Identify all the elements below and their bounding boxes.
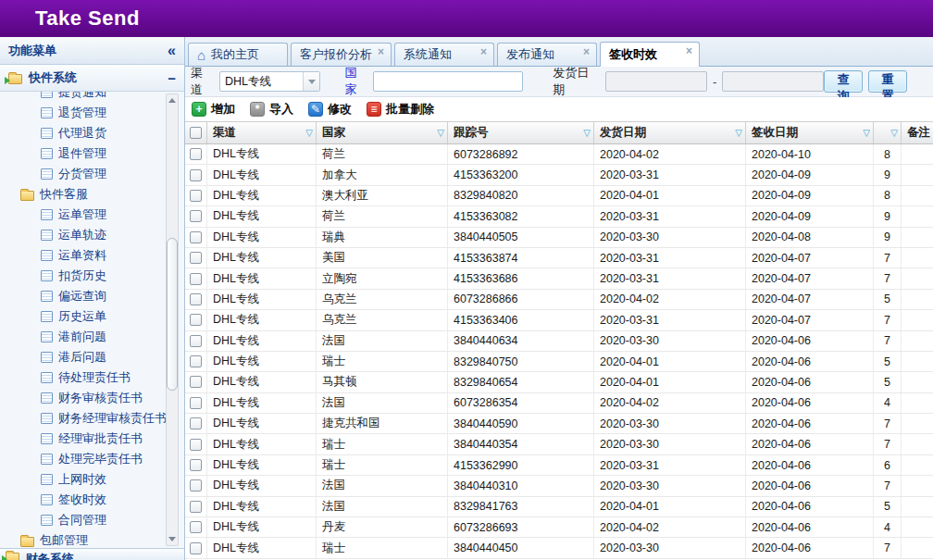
table-row[interactable]: DHL专线 捷克共和国 3840440590 2020-03-30 2020-0… <box>185 414 933 434</box>
channel-select[interactable]: DHL专线 <box>219 71 321 92</box>
row-checkbox[interactable] <box>190 542 202 554</box>
row-checkbox[interactable] <box>190 252 202 264</box>
sidebar-item[interactable]: 签收时效 <box>0 490 184 510</box>
row-checkbox[interactable] <box>190 190 202 202</box>
row-checkbox[interactable] <box>190 501 202 513</box>
sidebar-item[interactable]: 财务审核责任书 <box>0 388 184 408</box>
sidebar-scrollbar[interactable] <box>166 93 179 546</box>
sidebar-item[interactable]: 上网时效 <box>0 469 184 490</box>
sidebar-item[interactable]: 经理审批责任书 <box>0 429 184 449</box>
tab[interactable]: ⌂ 我的主页 <box>188 43 288 66</box>
sidebar-section-finance[interactable]: 财务系统 <box>0 548 184 560</box>
row-checkbox[interactable] <box>190 439 202 451</box>
sidebar-item[interactable]: 提货通知 <box>0 92 184 103</box>
sidebar-item[interactable]: 港前问题 <box>0 327 184 347</box>
sidebar-item[interactable]: 包邮管理 <box>0 530 184 548</box>
close-icon[interactable]: × <box>686 45 692 56</box>
sidebar-item[interactable]: 偏远查询 <box>0 286 184 306</box>
select-all-checkbox[interactable] <box>190 127 202 139</box>
sidebar-item[interactable]: 退件管理 <box>0 143 184 164</box>
close-icon[interactable]: × <box>378 46 384 57</box>
table-row[interactable]: DHL专线 法国 3840440634 2020-03-30 2020-04-0… <box>185 331 933 352</box>
row-checkbox[interactable] <box>190 355 202 367</box>
sidebar-item[interactable]: 港后问题 <box>0 347 184 367</box>
row-checkbox[interactable] <box>190 148 202 160</box>
tab[interactable]: 客户报价分析 × <box>291 43 392 66</box>
tab[interactable]: 签收时效 × <box>600 42 700 67</box>
table-row[interactable]: DHL专线 瑞士 8329840750 2020-04-01 2020-04-0… <box>185 352 933 372</box>
scroll-up-button[interactable] <box>167 94 178 106</box>
table-row[interactable]: DHL专线 美国 4153363874 2020-03-31 2020-04-0… <box>185 248 933 268</box>
table-row[interactable]: DHL专线 加拿大 4153363200 2020-03-31 2020-04-… <box>185 165 933 185</box>
row-checkbox[interactable] <box>190 169 202 181</box>
column-header[interactable]: 跟踪号 ▽ <box>448 122 594 143</box>
table-row[interactable]: DHL专线 瑞士 4153362990 2020-03-31 2020-04-0… <box>185 455 933 476</box>
table-row[interactable]: DHL专线 马其顿 8329840654 2020-04-01 2020-04-… <box>185 372 933 392</box>
row-checkbox[interactable] <box>190 335 202 347</box>
sidebar-item[interactable]: 扣货历史 <box>0 266 184 286</box>
filter-triangle-icon[interactable]: ▽ <box>735 129 742 138</box>
sidebar-item[interactable]: 退货管理 <box>0 103 184 123</box>
row-checkbox[interactable] <box>190 376 202 388</box>
import-button[interactable]: * 导入 <box>250 101 293 118</box>
table-row[interactable]: DHL专线 乌克兰 4153363406 2020-03-31 2020-04-… <box>185 310 933 330</box>
close-icon[interactable]: × <box>480 46 487 57</box>
search-button[interactable]: 查询 <box>824 70 863 93</box>
sidebar-item[interactable]: 分货管理 <box>0 164 184 184</box>
table-row[interactable]: DHL专线 瑞士 3840440450 2020-03-30 2020-04-0… <box>185 538 933 558</box>
scrollbar-thumb[interactable] <box>167 238 178 391</box>
row-checkbox[interactable] <box>190 273 202 285</box>
row-checkbox[interactable] <box>190 521 202 533</box>
row-checkbox[interactable] <box>190 231 202 243</box>
country-input[interactable] <box>373 71 523 92</box>
sidebar-item[interactable]: 快件客服 <box>0 184 184 205</box>
row-checkbox[interactable] <box>190 210 202 222</box>
filter-triangle-icon[interactable]: ▽ <box>583 129 591 138</box>
sidebar-item[interactable]: 运单轨迹 <box>0 225 184 245</box>
column-header[interactable]: ▽ <box>874 122 902 143</box>
filter-triangle-icon[interactable]: ▽ <box>437 129 444 138</box>
sidebar-item[interactable]: 代理退货 <box>0 123 184 143</box>
table-row[interactable]: DHL专线 荷兰 4153363082 2020-03-31 2020-04-0… <box>185 206 933 227</box>
column-header[interactable]: 签收日期 ▽ <box>746 122 874 143</box>
row-checkbox[interactable] <box>190 314 202 326</box>
filter-triangle-icon[interactable]: ▽ <box>890 129 898 138</box>
tab[interactable]: 发布通知 × <box>497 43 597 66</box>
table-row[interactable]: DHL专线 澳大利亚 8329840820 2020-04-01 2020-04… <box>185 186 933 206</box>
sidebar-item[interactable]: 待处理责任书 <box>0 367 184 388</box>
sidebar-item[interactable]: 运单资料 <box>0 245 184 266</box>
row-checkbox[interactable] <box>190 417 202 429</box>
row-checkbox[interactable] <box>190 293 202 305</box>
column-header[interactable]: 渠道 ▽ <box>207 122 317 143</box>
table-row[interactable]: DHL专线 荷兰 6073286892 2020-04-02 2020-04-1… <box>185 144 933 165</box>
table-row[interactable]: DHL专线 立陶宛 4153363686 2020-03-31 2020-04-… <box>185 268 933 289</box>
table-row[interactable]: DHL专线 法国 3840440310 2020-03-30 2020-04-0… <box>185 476 933 496</box>
table-row[interactable]: DHL专线 法国 8329841763 2020-04-01 2020-04-0… <box>185 497 933 517</box>
row-checkbox[interactable] <box>190 479 202 492</box>
edit-button[interactable]: ✎ 修改 <box>308 101 352 118</box>
date-to-input[interactable] <box>722 71 824 92</box>
sidebar-item[interactable]: 运单管理 <box>0 205 184 225</box>
filter-triangle-icon[interactable]: ▽ <box>305 129 313 138</box>
collapse-sidebar-icon[interactable]: « <box>168 44 176 58</box>
row-checkbox[interactable] <box>190 459 202 471</box>
row-checkbox[interactable] <box>190 397 202 409</box>
table-row[interactable]: DHL专线 乌克兰 6073286866 2020-04-02 2020-04-… <box>185 290 933 310</box>
sidebar-section-express[interactable]: 快件系统 − <box>0 65 184 92</box>
column-header[interactable]: 备注 <box>902 122 933 143</box>
add-button[interactable]: + 增加 <box>192 101 235 118</box>
tab[interactable]: 系统通知 × <box>394 43 494 66</box>
batch-delete-button[interactable]: ≡ 批量删除 <box>367 101 434 118</box>
scroll-down-button[interactable] <box>167 533 178 545</box>
column-header[interactable]: 国家 ▽ <box>317 122 448 143</box>
date-from-input[interactable] <box>605 71 707 92</box>
sidebar-item[interactable]: 处理完毕责任书 <box>0 449 184 469</box>
close-icon[interactable]: × <box>583 46 590 57</box>
table-row[interactable]: DHL专线 法国 6073286354 2020-04-02 2020-04-0… <box>185 393 933 414</box>
column-header[interactable]: 发货日期 ▽ <box>594 122 746 143</box>
collapse-section-icon[interactable]: − <box>168 71 176 85</box>
filter-triangle-icon[interactable]: ▽ <box>863 129 870 138</box>
table-row[interactable]: DHL专线 瑞典 3840440505 2020-03-30 2020-04-0… <box>185 228 933 248</box>
sidebar-item[interactable]: 合同管理 <box>0 510 184 530</box>
table-row[interactable]: DHL专线 丹麦 6073286693 2020-04-02 2020-04-0… <box>185 517 933 538</box>
